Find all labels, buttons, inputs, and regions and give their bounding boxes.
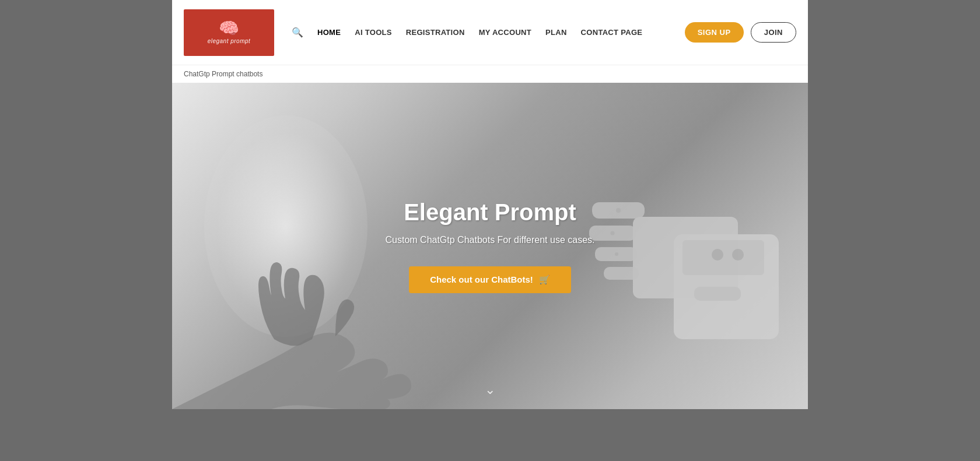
hero-subtitle: Custom ChatGtp Chatbots For different us… bbox=[386, 235, 595, 245]
svg-point-9 bbox=[615, 252, 618, 256]
nav-item-home[interactable]: HOME bbox=[312, 24, 346, 40]
chatbots-cta-button[interactable]: Check out our ChatBots! 🛒 bbox=[409, 266, 571, 293]
cart-icon: 🛒 bbox=[539, 275, 550, 285]
chatbots-cta-label: Check out our ChatBots! bbox=[430, 275, 533, 284]
nav-item-ai-tools[interactable]: AI TOOLS bbox=[349, 24, 398, 40]
main-nav: 🔍 HOME AI TOOLS REGISTRATION MY ACCOUNT … bbox=[292, 24, 685, 40]
nav-item-my-account[interactable]: MY ACCOUNT bbox=[473, 24, 537, 40]
nav-item-registration[interactable]: REGISTRATION bbox=[400, 24, 471, 40]
page-wrapper: 🧠 elegant prompt 🔍 HOME AI TOOLS REGISTR… bbox=[172, 0, 808, 409]
signup-button[interactable]: SIGN UP bbox=[685, 22, 744, 43]
svg-point-8 bbox=[611, 231, 615, 235]
hero-content: Elegant Prompt Custom ChatGtp Chatbots F… bbox=[386, 199, 595, 293]
svg-point-7 bbox=[616, 208, 621, 213]
join-button[interactable]: JOIN bbox=[751, 22, 796, 43]
hand-right-image bbox=[586, 118, 808, 339]
header: 🧠 elegant prompt 🔍 HOME AI TOOLS REGISTR… bbox=[172, 0, 808, 65]
svg-rect-6 bbox=[694, 287, 741, 301]
hero-section: Elegant Prompt Custom ChatGtp Chatbots F… bbox=[172, 83, 808, 409]
logo-brain-icon: 🧠 bbox=[219, 20, 239, 37]
logo-text: elegant prompt bbox=[208, 38, 251, 44]
search-icon[interactable]: 🔍 bbox=[292, 27, 303, 38]
hero-title: Elegant Prompt bbox=[386, 199, 595, 226]
svg-rect-5 bbox=[604, 267, 639, 280]
hand-left-image bbox=[172, 211, 417, 409]
svg-rect-10 bbox=[682, 240, 764, 275]
nav-item-plan[interactable]: PLAN bbox=[540, 24, 573, 40]
svg-point-12 bbox=[732, 249, 744, 261]
svg-point-11 bbox=[712, 249, 723, 261]
scroll-down-chevron[interactable]: ⌄ bbox=[485, 382, 495, 397]
header-actions: SIGN UP JOIN bbox=[685, 22, 796, 43]
nav-item-contact-page[interactable]: CONTACT PAGE bbox=[575, 24, 649, 40]
breadcrumb: ChatGtp Prompt chatbots bbox=[172, 65, 808, 83]
logo[interactable]: 🧠 elegant prompt bbox=[184, 9, 274, 56]
